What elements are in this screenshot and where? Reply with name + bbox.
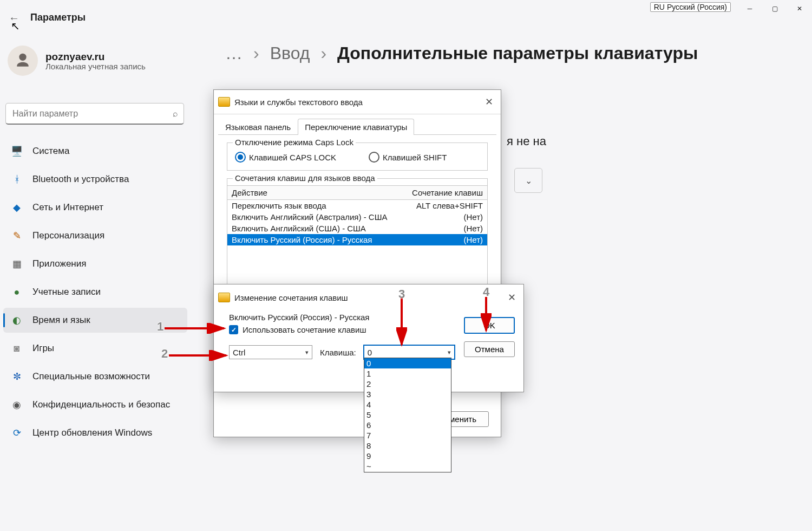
row-action: Включить Русский (Россия) - Русская xyxy=(232,235,463,244)
app-title: Параметры xyxy=(30,12,86,23)
chevron-down-icon: ⌄ xyxy=(525,176,532,186)
nav-label: Система xyxy=(32,146,69,157)
table-row[interactable]: Включить Английский (США) - США(Нет) xyxy=(227,223,487,234)
nav-icon: 🖥️ xyxy=(11,145,23,157)
sidebar-item-10[interactable]: ⟳Центр обновления Windows xyxy=(3,420,187,445)
hotkey-list[interactable]: Переключить язык вводаALT слева+SHIFTВкл… xyxy=(227,200,487,287)
tab-1[interactable]: Переключение клавиатуры xyxy=(298,119,414,135)
dropdown-option[interactable]: Ё (или знак ударения) xyxy=(364,471,451,472)
nav-label: Bluetooth и устройства xyxy=(32,174,129,185)
dropdown-option[interactable]: 5 xyxy=(364,410,451,420)
checkbox-icon[interactable]: ✓ xyxy=(229,325,238,334)
sidebar-item-0[interactable]: 🖥️Система xyxy=(3,139,187,164)
dropdown-option[interactable]: 9 xyxy=(364,451,451,461)
table-row[interactable]: Включить Русский (Россия) - Русская(Нет) xyxy=(227,234,487,245)
nav-icon: ⟳ xyxy=(11,427,23,439)
nav-label: Центр обновления Windows xyxy=(32,428,152,438)
sidebar-item-1[interactable]: ᚼBluetooth и устройства xyxy=(3,167,187,192)
search-input[interactable] xyxy=(11,108,173,119)
nav-label: Приложения xyxy=(32,258,86,269)
key-value: 0 xyxy=(368,348,372,357)
breadcrumb-mid[interactable]: Ввод xyxy=(270,43,310,63)
nav-label: Учетные записи xyxy=(32,287,101,297)
input-language-indicator[interactable]: RU Русский (Россия) xyxy=(650,2,731,12)
sidebar-nav: 🖥️СистемаᚼBluetooth и устройства◆Сеть и … xyxy=(3,139,187,449)
row-hotkey: (Нет) xyxy=(463,212,483,222)
breadcrumb-ellipsis[interactable]: … xyxy=(225,43,243,63)
row-action: Переключить язык ввода xyxy=(232,201,416,210)
table-row[interactable]: Переключить язык вводаALT слева+SHIFT xyxy=(227,200,487,211)
sidebar-item-5[interactable]: ●Учетные записи xyxy=(3,280,187,305)
chevron-down-icon: ▾ xyxy=(448,349,451,356)
dropdown-option[interactable]: 1 xyxy=(364,368,451,379)
groupbox-legend: Сочетания клавиш для языков ввода xyxy=(233,173,377,183)
dialog-titlebar[interactable]: Изменение сочетания клавиш ✕ xyxy=(214,284,523,310)
dropdown-option[interactable]: 2 xyxy=(364,379,451,389)
nav-icon: ◆ xyxy=(11,202,23,213)
dialog-title: Языки и службы текстового ввода xyxy=(234,98,477,107)
sidebar-item-4[interactable]: ▦Приложения xyxy=(3,251,187,276)
dropdown-option[interactable]: 6 xyxy=(364,420,451,430)
nav-icon: ✎ xyxy=(11,230,23,242)
cancel-button[interactable]: Отмена xyxy=(464,341,515,357)
capslock-groupbox: Отключение режима Caps Lock Клавишей CAP… xyxy=(227,143,488,171)
chevron-right-icon: › xyxy=(320,43,326,63)
avatar xyxy=(8,46,38,76)
dropdown-option[interactable]: 8 xyxy=(364,441,451,451)
sidebar-item-9[interactable]: ◉Конфиденциальность и безопас xyxy=(3,392,187,417)
nav-label: Персонализация xyxy=(32,230,104,241)
maximize-button[interactable]: ▢ xyxy=(762,0,787,17)
minimize-button[interactable]: ─ xyxy=(737,0,762,17)
radio-capslock[interactable]: Клавишей CAPS LOCK xyxy=(235,152,336,163)
sidebar-item-3[interactable]: ✎Персонализация xyxy=(3,223,187,248)
groupbox-legend: Отключение режима Caps Lock xyxy=(233,138,356,147)
dropdown-option[interactable]: 4 xyxy=(364,399,451,410)
dialog-title: Изменение сочетания клавиш xyxy=(234,293,500,302)
chevron-down-icon: ▾ xyxy=(305,349,309,356)
obscured-text: я не на xyxy=(507,134,546,148)
nav-label: Специальные возможности xyxy=(32,371,150,382)
nav-label: Сеть и Интернет xyxy=(32,202,103,213)
sidebar-item-8[interactable]: ✼Специальные возможности xyxy=(3,364,187,389)
back-button[interactable]: ← xyxy=(9,12,19,24)
table-row[interactable]: Включить Английский (Австралия) - США(Не… xyxy=(227,211,487,223)
nav-icon: ✼ xyxy=(11,371,23,383)
user-block[interactable]: poznyaev.ru Локальная учетная запись xyxy=(8,46,146,76)
radio-dot-icon xyxy=(369,152,379,163)
nav-label: Время и язык xyxy=(32,315,90,326)
row-hotkey: (Нет) xyxy=(463,224,483,233)
dropdown-option[interactable]: 0 xyxy=(364,358,451,368)
col-action: Действие xyxy=(232,188,412,197)
keyboard-icon xyxy=(218,97,230,107)
lang-name: Русский (Россия) xyxy=(667,3,727,11)
dropdown-option[interactable]: 3 xyxy=(364,389,451,399)
radio-dot-icon xyxy=(235,152,246,163)
dialog-titlebar[interactable]: Языки и службы текстового ввода ✕ xyxy=(214,90,501,114)
dialog-tabs: Языковая панельПереключение клавиатуры xyxy=(218,119,496,135)
modifier-combo[interactable]: Ctrl ▾ xyxy=(229,345,312,359)
search-box[interactable]: ⌕ xyxy=(5,103,184,125)
dropdown-option[interactable]: 7 xyxy=(364,430,451,441)
sidebar-item-2[interactable]: ◆Сеть и Интернет xyxy=(3,195,187,220)
user-subtitle: Локальная учетная запись xyxy=(45,62,146,71)
nav-icon: ◙ xyxy=(11,343,23,354)
nav-icon: ◉ xyxy=(11,399,23,411)
breadcrumb-current: Дополнительные параметры клавиатуры xyxy=(337,43,698,63)
key-dropdown-list[interactable]: 0123456789~Ё (или знак ударения) xyxy=(364,358,451,472)
nav-icon: ● xyxy=(11,287,23,298)
close-icon[interactable]: ✕ xyxy=(505,292,519,303)
dropdown-option[interactable]: ~ xyxy=(364,461,451,471)
person-icon xyxy=(14,52,31,69)
close-button[interactable]: ✕ xyxy=(787,0,812,17)
close-icon[interactable]: ✕ xyxy=(482,96,496,108)
radio-shift[interactable]: Клавишей SHIFT xyxy=(369,152,447,163)
tab-0[interactable]: Языковая панель xyxy=(218,119,298,135)
ok-button[interactable]: OK xyxy=(464,317,515,334)
sidebar-item-6[interactable]: ◐Время и язык xyxy=(3,308,187,333)
lang-code: RU xyxy=(654,3,665,11)
row-action: Включить Английский (Австралия) - США xyxy=(232,212,463,222)
collapsed-expander[interactable]: ⌄ xyxy=(514,168,542,193)
sidebar-item-7[interactable]: ◙Игры xyxy=(3,336,187,361)
modifier-value: Ctrl xyxy=(233,348,245,357)
window-buttons: ─ ▢ ✕ xyxy=(737,0,812,17)
